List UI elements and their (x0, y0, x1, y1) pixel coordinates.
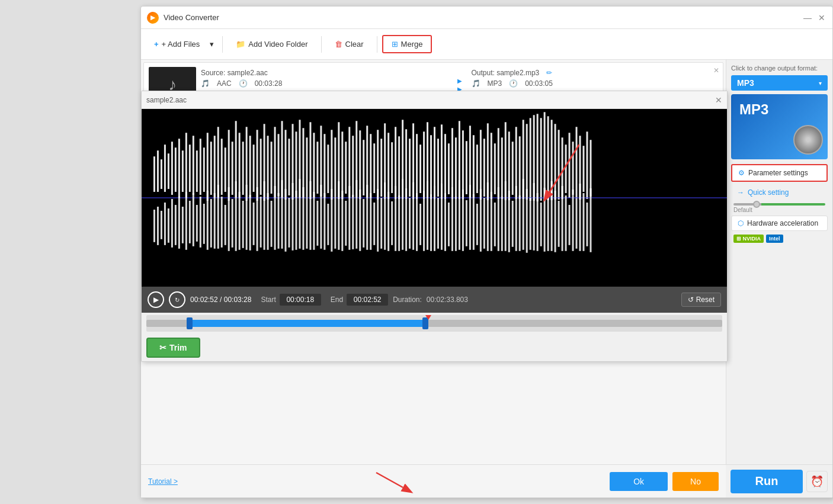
svg-rect-11 (189, 145, 191, 192)
svg-rect-235 (540, 203, 542, 246)
svg-rect-151 (242, 201, 244, 248)
svg-rect-186 (366, 185, 368, 250)
tutorial-link[interactable]: Tutorial > (148, 477, 178, 486)
param-settings-button[interactable]: ⚙ Parameter settings (731, 164, 828, 182)
trim-button[interactable]: ✂ Trim (146, 338, 200, 358)
svg-rect-176 (331, 189, 332, 252)
close-file-1-button[interactable]: ✕ (713, 66, 719, 75)
svg-rect-79 (430, 135, 432, 199)
svg-rect-134 (182, 207, 184, 243)
svg-rect-126 (153, 210, 155, 242)
svg-rect-86 (455, 137, 457, 199)
svg-rect-165 (291, 183, 293, 251)
source-label: Source: sample2.aac (201, 69, 268, 77)
svg-rect-183 (355, 180, 357, 249)
add-files-button[interactable]: + + Add Files (148, 36, 206, 52)
format-selector[interactable]: MP3 ▾ (731, 75, 828, 91)
svg-rect-245 (576, 199, 578, 249)
folder-icon: 📁 (236, 40, 245, 49)
quick-setting-button[interactable]: → Quick setting (731, 185, 828, 200)
svg-rect-144 (217, 185, 219, 249)
svg-rect-4 (164, 145, 166, 192)
svg-rect-97 (494, 143, 496, 194)
svg-rect-13 (196, 150, 198, 192)
svg-rect-211 (455, 197, 457, 251)
svg-rect-137 (193, 193, 194, 246)
edit-icon[interactable]: ✏ (546, 69, 552, 77)
svg-rect-55 (345, 142, 347, 194)
format-dropdown-icon: ▾ (819, 80, 822, 86)
merge-button[interactable]: ⊞ Merge (383, 36, 431, 52)
schedule-button[interactable]: ⏰ (806, 471, 828, 492)
trim-title-bar: sample2.aac ✕ (142, 91, 726, 109)
svg-rect-129 (164, 203, 166, 245)
quality-slider[interactable] (733, 203, 825, 206)
intel-badge: Intel (766, 235, 783, 243)
svg-rect-14 (200, 139, 201, 195)
svg-rect-185 (363, 199, 364, 248)
svg-rect-23 (232, 142, 233, 195)
mp3-disc (793, 125, 823, 155)
add-video-folder-button[interactable]: 📁 Add Video Folder (228, 36, 316, 52)
svg-rect-233 (533, 183, 535, 251)
toolbar-separator-3 (377, 36, 377, 53)
svg-rect-115 (558, 130, 560, 200)
svg-rect-65 (380, 139, 382, 197)
svg-rect-127 (157, 207, 159, 245)
svg-rect-141 (207, 191, 209, 250)
no-button[interactable]: No (672, 472, 719, 491)
start-time-input[interactable] (280, 294, 321, 306)
time-current: 00:02:52 / 00:03:28 (190, 296, 251, 304)
clear-button[interactable]: 🗑 Clear (326, 36, 372, 52)
svg-rect-1 (153, 156, 155, 192)
svg-rect-184 (359, 190, 361, 251)
add-files-wrapper: + + Add Files ▾ (148, 35, 217, 54)
svg-rect-205 (434, 186, 435, 251)
svg-rect-17 (210, 142, 212, 195)
svg-rect-200 (416, 193, 418, 251)
end-time-input[interactable] (347, 294, 388, 306)
run-button[interactable]: Run (731, 470, 803, 493)
svg-rect-94 (483, 139, 485, 197)
svg-rect-215 (469, 185, 471, 250)
main-toolbar: + + Add Files ▾ 📁 Add Video Folder 🗑 Cle… (141, 29, 832, 60)
svg-rect-2 (157, 150, 159, 192)
svg-rect-157 (264, 181, 265, 250)
svg-rect-112 (547, 116, 549, 200)
svg-rect-3 (161, 159, 162, 189)
svg-rect-182 (352, 195, 354, 249)
trim-slider-area[interactable] (146, 315, 722, 332)
codec-out: MP3 (488, 79, 502, 88)
trim-handle-left[interactable] (187, 317, 193, 329)
svg-rect-169 (306, 197, 307, 249)
svg-rect-174 (323, 193, 325, 250)
svg-rect-168 (302, 187, 304, 250)
minimize-button[interactable]: — (803, 13, 812, 23)
trim-close-button[interactable]: ✕ (715, 95, 722, 105)
svg-rect-44 (306, 137, 307, 197)
svg-rect-132 (175, 205, 177, 245)
svg-rect-218 (480, 189, 482, 252)
svg-rect-91 (473, 135, 475, 198)
svg-rect-114 (555, 124, 556, 200)
svg-rect-172 (316, 201, 318, 246)
svg-rect-15 (203, 147, 205, 192)
svg-rect-198 (409, 198, 411, 249)
svg-rect-206 (437, 198, 439, 249)
close-button[interactable]: ✕ (817, 13, 826, 23)
svg-rect-188 (373, 203, 375, 245)
hw-accel-button[interactable]: ⬡ Hardware acceleration (731, 216, 828, 231)
svg-rect-52 (334, 137, 336, 197)
ok-button[interactable]: Ok (610, 472, 668, 491)
arrow-right-icon: → (737, 188, 744, 197)
svg-rect-120 (576, 127, 578, 199)
play-loop-button[interactable]: ↻ (169, 291, 185, 308)
add-files-dropdown-button[interactable]: ▾ (206, 35, 217, 54)
play-button[interactable]: ▶ (148, 291, 164, 308)
svg-rect-21 (225, 147, 226, 192)
duration-label: Duration: (393, 296, 422, 304)
trim-playhead (425, 315, 431, 320)
reset-button[interactable]: ↺ Reset (681, 293, 721, 307)
svg-rect-181 (348, 186, 350, 250)
svg-rect-248 (586, 203, 588, 246)
